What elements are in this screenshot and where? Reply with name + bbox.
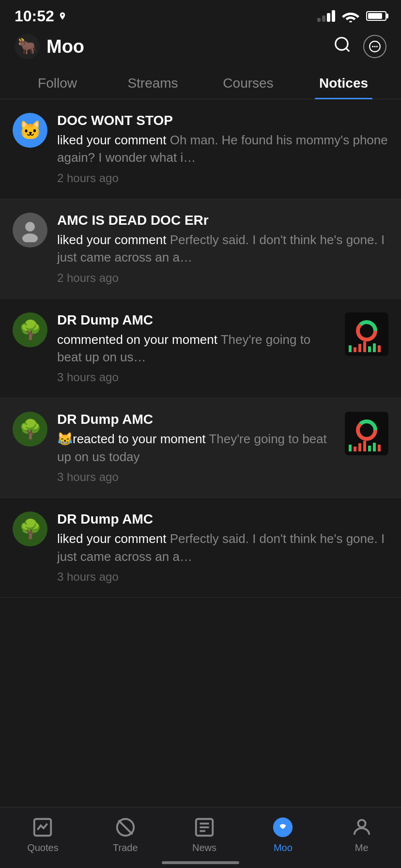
svg-rect-15 bbox=[354, 347, 356, 352]
wifi-icon bbox=[342, 10, 359, 22]
notification-username: DOC WONT STOP bbox=[57, 113, 388, 128]
svg-rect-29 bbox=[373, 443, 376, 451]
me-icon bbox=[350, 815, 374, 839]
nav-moo-label: Moo bbox=[274, 842, 293, 853]
svg-rect-28 bbox=[368, 446, 371, 451]
avatar: 🌳 bbox=[13, 512, 47, 546]
notification-item[interactable]: 🌳 DR Dump AMC liked your comment Perfect… bbox=[0, 498, 401, 598]
avatar: 🐱 bbox=[13, 113, 47, 148]
svg-rect-17 bbox=[363, 341, 366, 352]
notification-item[interactable]: AMC IS DEAD DOC ERr liked your comment P… bbox=[0, 199, 401, 299]
header: 🐂 Moo bbox=[0, 29, 401, 67]
trade-icon bbox=[113, 815, 138, 839]
svg-rect-27 bbox=[363, 441, 366, 451]
moo-icon bbox=[271, 815, 295, 839]
notification-username: DR Dump AMC bbox=[57, 412, 335, 427]
nav-moo[interactable]: Moo bbox=[271, 815, 295, 853]
notification-content: DR Dump AMC commented on your moment The… bbox=[57, 312, 335, 385]
moment-thumbnail bbox=[345, 312, 388, 356]
bottom-nav: Quotes Trade News Moo bbox=[0, 807, 401, 868]
quotes-icon bbox=[31, 815, 55, 839]
moment-thumbnail bbox=[345, 412, 388, 455]
svg-rect-30 bbox=[378, 445, 381, 451]
notification-username: DR Dump AMC bbox=[57, 512, 388, 527]
notification-item[interactable]: 🐱 DOC WONT STOP liked your comment Oh ma… bbox=[0, 99, 401, 199]
notification-username: AMC IS DEAD DOC ERr bbox=[57, 213, 388, 228]
nav-news-label: News bbox=[192, 842, 216, 853]
svg-rect-18 bbox=[368, 346, 371, 352]
nav-news[interactable]: News bbox=[192, 815, 216, 853]
tab-follow[interactable]: Follow bbox=[10, 67, 105, 99]
nav-quotes-label: Quotes bbox=[27, 842, 58, 853]
nav-me[interactable]: Me bbox=[350, 815, 374, 853]
svg-line-4 bbox=[346, 48, 349, 51]
tab-courses[interactable]: Courses bbox=[200, 67, 296, 99]
notification-text: 😹reacted to your moment They're going to… bbox=[57, 430, 335, 465]
svg-point-39 bbox=[358, 820, 365, 827]
header-left: 🐂 Moo bbox=[15, 34, 84, 59]
nav-trade[interactable]: Trade bbox=[113, 815, 138, 853]
status-icons bbox=[317, 10, 386, 22]
notification-time: 3 hours ago bbox=[57, 570, 388, 584]
search-icon bbox=[333, 35, 352, 54]
battery-icon bbox=[366, 11, 386, 21]
messages-icon bbox=[369, 40, 381, 53]
notification-list: 🐱 DOC WONT STOP liked your comment Oh ma… bbox=[0, 99, 401, 598]
tab-notices[interactable]: Notices bbox=[296, 67, 391, 99]
svg-rect-16 bbox=[358, 344, 361, 352]
notification-content: DR Dump AMC liked your comment Perfectly… bbox=[57, 512, 388, 584]
avatar: 🌳 bbox=[13, 412, 47, 447]
svg-line-33 bbox=[118, 821, 132, 835]
notification-username: DR Dump AMC bbox=[57, 312, 335, 328]
avatar: 🌳 bbox=[13, 312, 47, 347]
svg-text:🐂: 🐂 bbox=[17, 37, 37, 55]
notification-time: 2 hours ago bbox=[57, 171, 388, 185]
notification-item[interactable]: 🌳 DR Dump AMC commented on your moment T… bbox=[0, 299, 401, 399]
svg-rect-20 bbox=[378, 345, 381, 352]
messages-button[interactable] bbox=[363, 35, 386, 58]
nav-tabs: Follow Streams Courses Notices bbox=[0, 67, 401, 99]
notification-time: 3 hours ago bbox=[57, 371, 335, 384]
notification-text: commented on your moment They're going t… bbox=[57, 331, 335, 366]
location-icon bbox=[58, 12, 67, 20]
search-button[interactable] bbox=[333, 35, 352, 58]
notification-text: liked your comment Perfectly said. I don… bbox=[57, 530, 388, 565]
notification-content: DR Dump AMC 😹reacted to your moment They… bbox=[57, 412, 335, 484]
notification-text: liked your comment Oh man. He found his … bbox=[57, 131, 388, 167]
nav-trade-label: Trade bbox=[113, 842, 138, 853]
notification-item[interactable]: 🌳 DR Dump AMC 😹reacted to your moment Th… bbox=[0, 398, 401, 498]
app-logo: 🐂 bbox=[15, 34, 40, 59]
notification-time: 3 hours ago bbox=[57, 470, 335, 484]
signal-icon bbox=[317, 10, 335, 22]
svg-rect-24 bbox=[349, 445, 352, 451]
svg-rect-26 bbox=[358, 443, 361, 451]
svg-rect-19 bbox=[373, 343, 376, 352]
svg-rect-25 bbox=[354, 447, 356, 451]
news-icon bbox=[192, 815, 216, 839]
svg-point-3 bbox=[336, 38, 348, 50]
tab-streams[interactable]: Streams bbox=[105, 67, 200, 99]
svg-point-0 bbox=[349, 21, 352, 22]
notification-text: liked your comment Perfectly said. I don… bbox=[57, 231, 388, 266]
status-bar: 10:52 bbox=[0, 0, 401, 29]
home-indicator bbox=[162, 861, 239, 864]
notification-time: 2 hours ago bbox=[57, 271, 388, 285]
time-display: 10:52 bbox=[15, 7, 54, 25]
notification-content: AMC IS DEAD DOC ERr liked your comment P… bbox=[57, 213, 388, 285]
status-time: 10:52 bbox=[15, 7, 67, 25]
svg-point-9 bbox=[25, 222, 35, 232]
svg-rect-14 bbox=[349, 345, 352, 352]
app-name: Moo bbox=[46, 36, 84, 57]
avatar bbox=[13, 213, 47, 248]
svg-point-10 bbox=[22, 233, 38, 242]
nav-me-label: Me bbox=[355, 842, 369, 853]
notification-content: DOC WONT STOP liked your comment Oh man.… bbox=[57, 113, 388, 185]
nav-quotes[interactable]: Quotes bbox=[27, 815, 58, 853]
header-right bbox=[333, 35, 386, 58]
